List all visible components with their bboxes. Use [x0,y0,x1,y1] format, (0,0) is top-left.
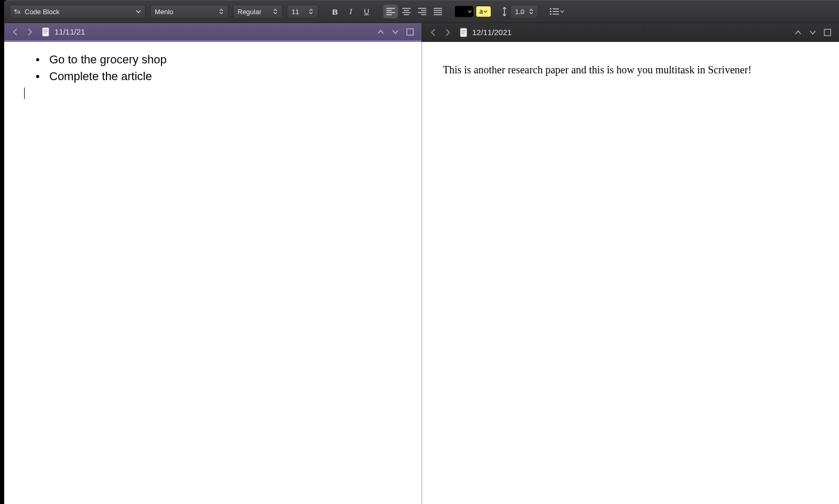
svg-point-1 [550,8,552,10]
left-pane-title: 11/11/21 [55,27,85,36]
pane-layout-button[interactable] [821,26,834,39]
left-editor[interactable]: Go to the grocery shopComplete the artic… [4,42,422,504]
svg-point-3 [550,14,552,15]
svg-rect-6 [460,28,467,37]
text-style-group: B I U [328,5,374,18]
font-size-label: 11 [292,8,308,16]
list-item: Go to the grocery shop [22,52,404,67]
chevron-down-icon [136,9,141,14]
line-spacing-icon [501,7,508,16]
align-right-button[interactable] [415,5,429,18]
font-weight-dropdown[interactable]: Regular [233,5,283,18]
text-color-picker[interactable] [455,6,474,17]
line-spacing-control: 1.0 [501,5,539,18]
list-group [548,5,566,18]
italic-button[interactable]: I [343,5,358,18]
chevron-down-icon [468,9,472,14]
left-pane-header: 11/11/21 [4,23,422,42]
stepper-icon [273,8,278,15]
next-doc-button[interactable] [806,26,819,39]
underline-button[interactable]: U [359,5,374,18]
right-editor[interactable]: This is another research paper and this … [422,42,840,504]
align-justify-button[interactable] [431,5,445,18]
stepper-icon [308,8,314,15]
prev-doc-button[interactable] [374,26,387,38]
right-pane-title: 12/11/2021 [472,28,512,37]
pane-layout-button[interactable] [404,26,416,38]
svg-text:¶a: ¶a [14,8,20,15]
list-style-button[interactable] [548,5,566,18]
font-family-dropdown[interactable]: Menlo [150,5,229,18]
svg-point-2 [550,11,552,13]
svg-rect-5 [407,29,413,35]
stepper-icon [529,8,534,15]
font-weight-label: Regular [238,8,273,16]
chevron-down-icon [560,9,564,14]
stepper-icon [219,8,224,15]
paragraph-style-dropdown[interactable]: ¶a Code Block [9,5,146,18]
text-caret [24,87,25,99]
right-body-text: This is another research paper and this … [443,63,819,77]
nav-forward-button[interactable] [23,26,36,38]
highlight-sample: a [479,8,483,15]
font-family-label: Menlo [155,8,219,16]
nav-back-button[interactable] [427,26,440,39]
svg-rect-4 [42,28,49,36]
bullet-list: Go to the grocery shopComplete the artic… [22,52,404,83]
line-spacing-label: 1.0 [515,8,529,16]
svg-rect-7 [824,29,831,36]
bold-button[interactable]: B [328,5,342,18]
nav-back-button[interactable] [9,26,22,38]
color-group: a [455,6,491,17]
chevron-down-icon [483,9,488,14]
paragraph-icon: ¶a [14,8,21,15]
editor-headers: 11/11/21 12/11/2021 [4,23,839,42]
right-pane-header: 12/11/2021 [422,23,840,42]
prev-doc-button[interactable] [792,26,804,39]
alignment-group [383,5,445,18]
align-center-button[interactable] [399,5,414,18]
nav-forward-button[interactable] [441,26,454,39]
paragraph-style-label: Code Block [25,8,133,16]
document-icon [42,27,50,37]
format-toolbar: ¶a Code Block Menlo Regular 11 B I U [4,0,839,23]
split-editors: Go to the grocery shopComplete the artic… [4,42,839,504]
next-doc-button[interactable] [389,26,402,38]
line-spacing-dropdown[interactable]: 1.0 [510,5,539,18]
align-left-button[interactable] [383,5,398,18]
document-icon [460,28,468,37]
font-size-dropdown[interactable]: 11 [287,5,318,18]
highlight-color-picker[interactable]: a [476,6,491,17]
list-item: Complete the article [22,69,404,84]
